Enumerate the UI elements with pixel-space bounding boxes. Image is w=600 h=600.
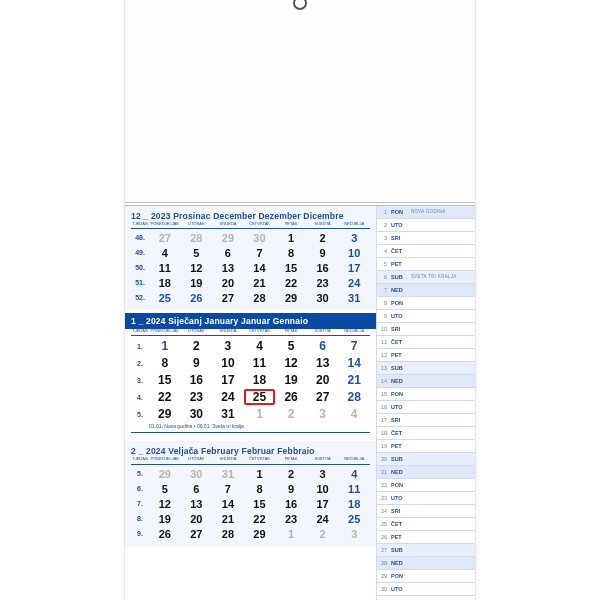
planner-day-number: 9 [377,313,389,319]
day-cell: 2 [275,406,307,422]
day-cell: 23 [275,512,307,526]
day-cell: 5 [275,338,307,354]
month-grid: 1.12345672.8910111213143.151617181920214… [131,338,370,422]
planner-day-abbrev: SUB [389,456,411,462]
weekday-labels: TJEDANPONEDJELJAKUTORAKSRIJEDAČETVRTAKPE… [131,329,370,336]
planner-day-number: 26 [377,534,389,540]
day-cell: 8 [149,355,181,371]
week-number: 1. [131,343,149,350]
planner-day-number: 30 [377,586,389,592]
planner-row: 6SUBSVETA TRI KRALJA [377,271,475,284]
day-cell: 23 [181,389,213,405]
day-cell: 13 [212,261,244,275]
month-header: 12 _ 2023 Prosinac December Dezember Dic… [131,209,370,222]
day-cell: 6 [181,482,213,496]
weekday-label: TJEDAN [131,329,149,333]
planner-day-abbrev: SRI [389,417,411,423]
day-cell: 4 [338,467,370,481]
day-cell: 27 [307,389,339,405]
day-cell: 3 [338,231,370,245]
planner-row: 4ČET [377,245,475,258]
planner-day-number: 25 [377,521,389,527]
planner-row: 21NED [377,466,475,479]
planner-row: 30UTO [377,583,475,596]
day-cell: 18 [338,497,370,511]
weekday-label: NEDJELJA [338,222,370,226]
weekday-label: SRIJEDA [212,457,244,461]
day-cell: 25 [338,512,370,526]
day-cell: 10 [212,355,244,371]
day-cell: 12 [181,261,213,275]
day-cell: 13 [307,355,339,371]
day-cell: 19 [275,372,307,388]
weekday-label: PETAK [275,329,307,333]
day-cell: 29 [244,527,276,541]
planner-row: 14NED [377,375,475,388]
planner-row: 23UTO [377,492,475,505]
day-cell: 27 [149,231,181,245]
week-number: 3. [131,377,149,384]
planner-row: 24SRI [377,505,475,518]
planner-day-abbrev: SUB [389,547,411,553]
weekday-label: SUBOTA [307,329,339,333]
day-cell: 3 [307,467,339,481]
day-cell: 29 [275,291,307,305]
planner-day-abbrev: PET [389,261,411,267]
day-cell: 2 [181,338,213,354]
day-cell: 4 [338,406,370,422]
day-cell: 2 [307,527,339,541]
day-cell: 17 [338,261,370,275]
day-cell: 7 [338,338,370,354]
planner-day-number: 15 [377,391,389,397]
planner-row: 22PON [377,479,475,492]
planner-day-number: 20 [377,456,389,462]
day-cell: 29 [212,231,244,245]
day-cell: 30 [181,467,213,481]
planner-day-abbrev: UTO [389,404,411,410]
day-cell: 28 [338,389,370,405]
day-cell: 18 [244,372,276,388]
hanger-hole-icon [293,0,307,10]
day-cell: 18 [149,276,181,290]
day-cell: 25 [244,389,276,405]
planner-day-abbrev: ČET [389,339,411,345]
planner-day-number: 14 [377,378,389,384]
weekday-label: SUBOTA [307,457,339,461]
day-cell: 4 [244,338,276,354]
weekday-label: NEDJELJA [338,457,370,461]
day-cell: 19 [181,276,213,290]
weekday-label: ČETVRTAK [244,329,276,333]
day-cell: 29 [149,406,181,422]
weekday-label: UTORAK [181,329,213,333]
planner-day-abbrev: UTO [389,222,411,228]
holidays-footnote: 01.01. Nova godina • 06.01. Sveta tri kr… [131,422,370,433]
planner-day-number: 18 [377,430,389,436]
weekday-label: SRIJEDA [212,329,244,333]
day-cell: 11 [149,261,181,275]
planner-day-number: 5 [377,261,389,267]
planner-day-number: 11 [377,339,389,345]
day-cell: 30 [307,291,339,305]
lower-section: 12 _ 2023 Prosinac December Dezember Dic… [125,206,475,601]
day-cell: 20 [212,276,244,290]
day-cell: 11 [244,355,276,371]
day-cell: 15 [275,261,307,275]
weekday-label: ČETVRTAK [244,457,276,461]
wall-calendar: 12 _ 2023 Prosinac December Dezember Dic… [124,0,476,600]
planner-day-abbrev: PON [389,209,411,215]
planner-day-number: 23 [377,495,389,501]
planner-day-abbrev: SUB [389,274,411,280]
weekday-label: SUBOTA [307,222,339,226]
planner-row: 19PET [377,440,475,453]
day-cell: 5 [149,482,181,496]
week-number: 49. [131,249,149,256]
planner-day-abbrev: SUB [389,365,411,371]
day-cell: 28 [181,231,213,245]
planner-column: 1PONNOVA GODINA2UTO3SRI4ČET5PET6SUBSVETA… [376,206,475,601]
day-cell: 14 [338,355,370,371]
planner-row: 26PET [377,531,475,544]
day-cell: 7 [212,482,244,496]
day-cell: 3 [212,338,244,354]
day-cell: 31 [338,291,370,305]
planner-day-abbrev: UTO [389,495,411,501]
